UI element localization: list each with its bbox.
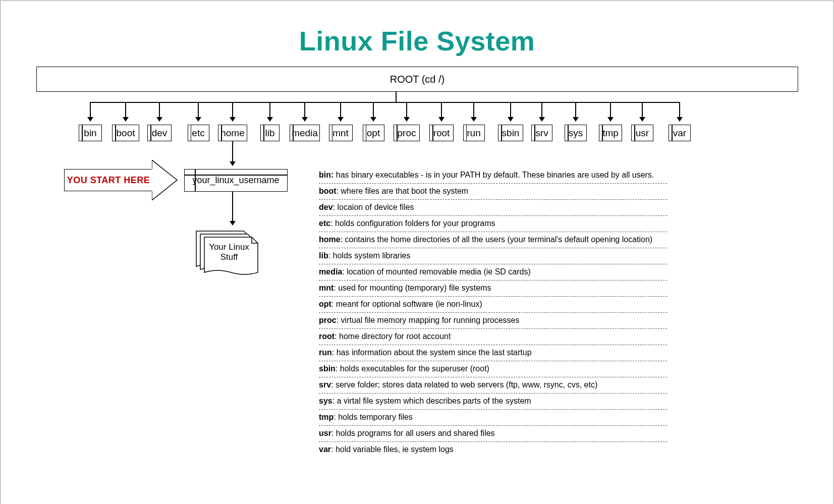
arrow-to-usr [642,102,643,121]
desc-term: proc [319,316,337,324]
desc-row-tmp: tmp: holds temporary files [319,410,667,426]
desc-term: opt [319,300,331,308]
dir-label: tmp [602,128,619,139]
dir-label: run [467,128,480,139]
dir-label: usr [636,128,649,139]
dir-var: var [669,125,691,141]
desc-term: run [319,348,332,357]
desc-text: : used for mounting (temporary) file sys… [333,284,491,292]
desc-text: : contains the home directories of all t… [341,235,653,244]
arrow-to-root [441,102,442,121]
dir-label: lib [265,128,274,139]
desc-text: : virtual file memory mapping for runnin… [337,316,520,324]
desc-row-home: home: contains the home directories of a… [319,232,667,248]
root-node: ROOT (cd /) [36,67,798,92]
dir-run: run [463,125,485,141]
dir-srv: srv [531,125,552,141]
desc-text: : home directory for root account [335,332,451,341]
arrow-to-var [679,102,680,121]
desc-text: : holds temporary files [333,413,413,421]
desc-term: root [319,332,335,341]
desc-term: home [319,235,341,244]
dir-tmp: tmp [599,125,622,141]
dir-label: media [292,128,318,139]
desc-term: srv [319,380,331,389]
username-node: your_linux_username [184,169,288,192]
arrow-to-tmp [610,102,611,121]
root-stem-line [396,92,397,102]
desc-row-opt: opt: meant for optional software (ie non… [319,297,667,313]
dir-label: dev [152,128,168,139]
desc-text: : holds programs for all users and share… [331,429,495,437]
horizontal-connector [90,102,680,103]
arrow-to-home [232,102,233,121]
start-here-arrow: YOU START HERE [64,160,178,200]
desc-text: : location of mounted removable media (i… [342,267,531,276]
arrow-to-media [304,102,305,121]
dir-dev: dev [147,125,172,141]
desc-term: usr [319,429,331,437]
svg-marker-0 [152,160,177,200]
desc-text: : serve folder; stores data related to w… [331,380,597,389]
arrow-to-run [473,102,474,121]
dir-mnt: mnt [329,125,353,141]
desc-text: : has information about the system since… [332,348,532,357]
desc-text: : a virtal file system which describes p… [332,397,531,405]
desc-row-sys: sys: a virtal file system which describe… [319,394,667,410]
desc-row-bin: bin: has binary executables - is in your… [319,167,667,184]
dir-label: sys [569,128,583,139]
desc-row-sbin: sbin: holds executables for the superuse… [319,361,667,377]
desc-row-srv: srv: serve folder; stores data related t… [319,377,667,394]
desc-term: dev [319,203,333,211]
arrow-to-lib [269,102,270,121]
desc-row-run: run: has information about the system si… [319,345,667,361]
arrow-to-sys [575,102,576,121]
dir-lib: lib [260,125,280,141]
dir-label: mnt [332,128,349,139]
dir-usr: usr [631,125,653,141]
arrow-to-etc [198,102,199,121]
dir-label: bin [84,128,96,139]
desc-row-root: root: home directory for root account [319,329,667,345]
dir-label: srv [535,128,548,139]
dir-label: sbin [502,128,520,139]
dir-label: var [673,128,686,139]
desc-row-mnt: mnt: used for mounting (temporary) file … [319,281,667,297]
stuff-label: Your Linux Stuff [206,242,252,263]
desc-text: : holds configuration folders for your p… [330,219,495,228]
arrow-to-sbin [510,102,511,121]
desc-term: sbin [319,364,336,373]
dir-bin: bin [79,125,102,141]
username-label: your_linux_username [192,175,279,186]
desc-text: : where files are that boot the system [337,187,468,195]
desc-term: lib [319,251,328,260]
desc-term: boot [319,187,337,195]
desc-row-proc: proc: virtual file memory mapping for ru… [319,313,667,329]
dir-home: home [218,125,247,141]
desc-row-dev: dev: locaion of device files [319,200,667,216]
diagram-canvas: Linux File System ROOT (cd /) binbootdev… [0,0,834,504]
desc-row-usr: usr: holds programs for all users and sh… [319,426,667,442]
arrow-right-icon [152,160,178,200]
desc-term: tmp [319,413,333,421]
desc-term: bin: [319,171,333,179]
desc-term: sys [319,397,332,405]
root-label: ROOT (cd /) [390,74,445,85]
desc-row-lib: lib: holds system libraries [319,248,667,264]
arrow-to-mnt [340,102,341,121]
dir-label: etc [192,128,204,139]
dir-boot: boot [112,125,139,141]
desc-text: has binary executables - is in your PATH… [333,171,654,179]
arrow-user-to-stuff [232,192,233,225]
dir-proc: proc [394,125,420,141]
arrow-to-dev [159,102,160,121]
desc-text: : holds system libraries [328,251,411,260]
desc-term: var [319,445,331,454]
dir-label: root [433,128,450,139]
desc-term: mnt [319,284,333,292]
dir-media: media [290,125,320,141]
dir-label: home [220,128,245,139]
dir-root: root [429,125,454,141]
dir-label: opt [367,128,380,139]
dir-sys: sys [565,125,587,141]
